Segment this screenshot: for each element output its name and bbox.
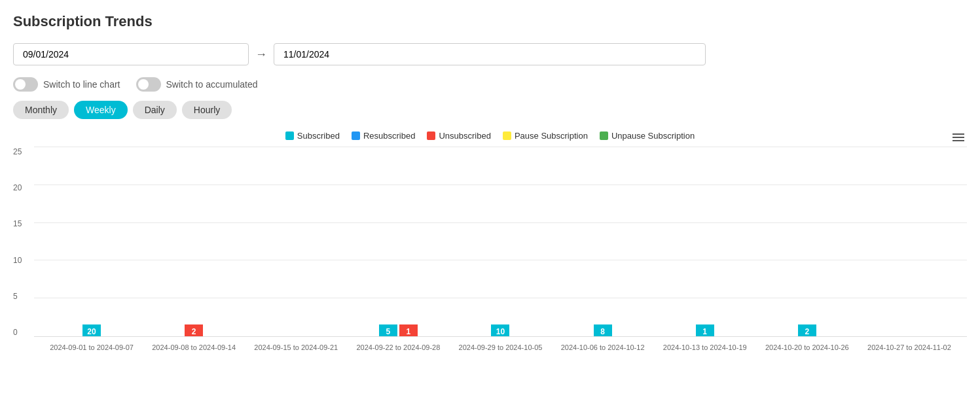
legend-label: Unpause Subscription: [611, 131, 695, 141]
y-axis-label: 15: [13, 219, 33, 228]
legend-item: Pause Subscription: [503, 131, 588, 141]
accumulated-toggle-label: Switch to accumulated: [166, 79, 258, 90]
legend-label: Resubscribed: [363, 131, 416, 141]
accumulated-toggle[interactable]: [136, 77, 161, 92]
toggle-row: Switch to line chart Switch to accumulat…: [13, 77, 967, 92]
y-axis-label: 10: [13, 256, 33, 265]
bar-subscribed: 10: [491, 324, 509, 336]
x-label: 2024-10-27 to 2024-11-02: [858, 343, 960, 351]
legend-label: Pause Subscription: [515, 131, 588, 141]
bar-value: 2: [798, 324, 816, 336]
bars-area: 2025110812: [34, 147, 967, 336]
bar-subscribed: 8: [594, 324, 612, 336]
legend-color: [600, 131, 608, 140]
granularity-row: MonthlyWeeklyDailyHourly: [13, 101, 967, 119]
x-label: 2024-09-22 to 2024-09-28: [347, 343, 449, 351]
legend-color: [285, 131, 294, 140]
bar-group: 1: [654, 324, 756, 336]
bar-subscribed: 1: [696, 324, 714, 336]
x-label: 2024-10-06 to 2024-10-12: [552, 343, 654, 351]
line-chart-toggle[interactable]: [13, 77, 38, 92]
date-range-row: →: [13, 43, 967, 65]
y-axis-label: 20: [13, 183, 33, 192]
legend-item: Unpause Subscription: [600, 131, 695, 141]
gran-btn-daily[interactable]: Daily: [133, 101, 177, 119]
date-arrow: →: [255, 48, 267, 61]
bar-subscribed: 5: [379, 324, 397, 336]
chart-legend: SubscribedResubscribedUnsubscribedPause …: [13, 131, 967, 141]
bar-group: 8: [552, 324, 654, 336]
x-label: 2024-09-29 to 2024-10-05: [449, 343, 551, 351]
chart-inner: 2025110812: [34, 147, 967, 337]
bar-value: 1: [696, 324, 714, 336]
chart-menu-icon[interactable]: [950, 131, 967, 144]
y-axis-label: 0: [13, 328, 33, 337]
bar-group: 2: [756, 324, 858, 336]
legend-color: [352, 131, 360, 140]
chart-area: SubscribedResubscribedUnsubscribedPause …: [13, 131, 967, 357]
y-axis: 0510152025: [13, 147, 33, 337]
bar-group: 51: [347, 324, 449, 336]
legend-item: Subscribed: [285, 131, 340, 141]
legend-color: [427, 131, 435, 140]
chart-container: 0510152025 2025110812 2024-09-01 to 2024…: [13, 147, 967, 357]
gran-btn-monthly[interactable]: Monthly: [13, 101, 69, 119]
bar-resubscribed: 2: [185, 324, 203, 336]
x-label: 2024-09-15 to 2024-09-21: [245, 343, 347, 351]
x-label: 2024-10-20 to 2024-10-26: [756, 343, 858, 351]
bar-group: 20: [41, 324, 143, 336]
x-label: 2024-09-01 to 2024-09-07: [41, 343, 143, 351]
y-axis-label: 5: [13, 292, 33, 301]
legend-item: Resubscribed: [352, 131, 416, 141]
bar-subscribed: 20: [82, 324, 101, 336]
gran-btn-weekly[interactable]: Weekly: [74, 101, 128, 119]
y-axis-label: 25: [13, 147, 33, 156]
line-chart-toggle-group: Switch to line chart: [13, 77, 120, 92]
legend-item: Unsubscribed: [427, 131, 491, 141]
legend-color: [503, 131, 511, 140]
bar-value: 5: [379, 324, 397, 336]
legend-label: Unsubscribed: [439, 131, 491, 141]
bar-group: 10: [449, 324, 551, 336]
legend-label: Subscribed: [297, 131, 340, 141]
bar-value: 2: [185, 324, 203, 336]
bar-value: 20: [82, 324, 101, 336]
start-date-input[interactable]: [13, 43, 249, 65]
bar-value: 10: [491, 324, 509, 336]
bar-group: 2: [143, 324, 245, 336]
bar-subscribed: 2: [798, 324, 816, 336]
x-label: 2024-10-13 to 2024-10-19: [654, 343, 756, 351]
x-labels: 2024-09-01 to 2024-09-072024-09-08 to 20…: [34, 338, 967, 357]
accumulated-toggle-group: Switch to accumulated: [136, 77, 258, 92]
bar-value: 8: [594, 324, 612, 336]
page-title: Subscription Trends: [13, 13, 967, 30]
x-label: 2024-09-08 to 2024-09-14: [143, 343, 245, 351]
end-date-input[interactable]: [274, 43, 706, 65]
bar-value: 1: [399, 324, 418, 336]
line-chart-toggle-label: Switch to line chart: [43, 79, 120, 90]
gran-btn-hourly[interactable]: Hourly: [182, 101, 232, 119]
bar-resubscribed: 1: [399, 324, 418, 336]
